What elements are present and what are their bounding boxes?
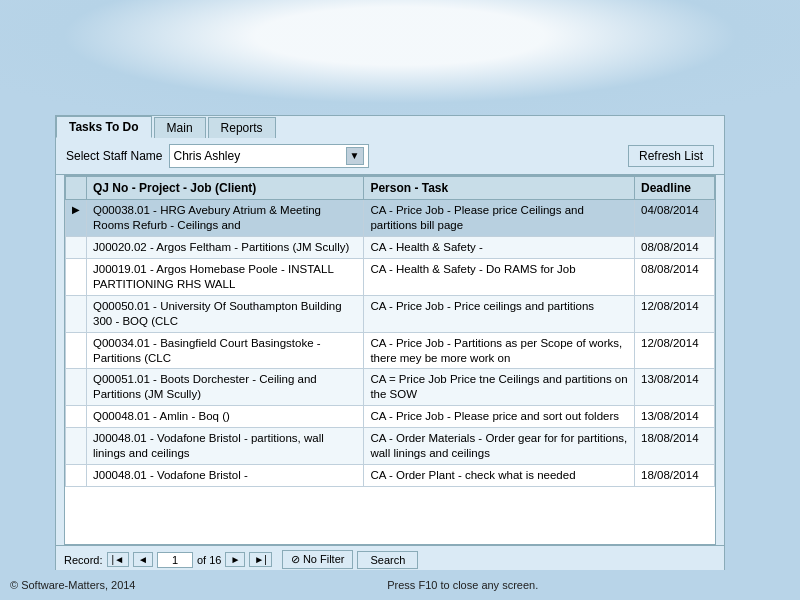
no-filter-icon: ⊘ bbox=[291, 553, 300, 565]
row-task: CA - Price Job - Partitions as per Scope… bbox=[364, 332, 635, 369]
bottom-bar: © Software-Matters, 2014 Press F10 to cl… bbox=[0, 570, 800, 600]
no-filter-label: No Filter bbox=[303, 553, 345, 565]
row-arrow bbox=[66, 465, 87, 487]
nav-first-button[interactable]: |◄ bbox=[107, 552, 130, 567]
row-deadline: 12/08/2014 bbox=[635, 332, 715, 369]
row-arrow bbox=[66, 332, 87, 369]
table-row[interactable]: Q00048.01 - Amlin - Boq ()CA - Price Job… bbox=[66, 406, 715, 428]
tab-tasks-to-do[interactable]: Tasks To Do bbox=[56, 116, 152, 138]
record-bar: Record: |◄ ◄ 1 of 16 ► ►| ⊘ No Filter Se… bbox=[56, 545, 724, 573]
row-deadline: 12/08/2014 bbox=[635, 295, 715, 332]
row-deadline: 04/08/2014 bbox=[635, 200, 715, 237]
refresh-list-button[interactable]: Refresh List bbox=[628, 145, 714, 167]
press-f10-text: Press F10 to close any screen. bbox=[387, 579, 538, 591]
row-task: CA - Price Job - Price ceilings and part… bbox=[364, 295, 635, 332]
tab-main[interactable]: Main bbox=[154, 117, 206, 138]
search-button[interactable]: Search bbox=[357, 551, 418, 569]
row-qj: Q00050.01 - University Of Southampton Bu… bbox=[87, 295, 364, 332]
row-qj: Q00048.01 - Amlin - Boq () bbox=[87, 406, 364, 428]
table-row[interactable]: Q00050.01 - University Of Southampton Bu… bbox=[66, 295, 715, 332]
main-window: Tasks To Do Main Reports Select Staff Na… bbox=[55, 115, 725, 574]
nav-last-button[interactable]: ►| bbox=[249, 552, 272, 567]
nav-next-button[interactable]: ► bbox=[225, 552, 245, 567]
row-deadline: 08/08/2014 bbox=[635, 236, 715, 258]
record-label: Record: bbox=[64, 554, 103, 566]
copyright-text: © Software-Matters, 2014 bbox=[10, 579, 136, 591]
row-task: CA - Order Materials - Order gear for fo… bbox=[364, 428, 635, 465]
row-qj: J00048.01 - Vodafone Bristol - partition… bbox=[87, 428, 364, 465]
row-task: CA - Health & Safety - bbox=[364, 236, 635, 258]
row-qj: J00019.01 - Argos Homebase Poole - INSTA… bbox=[87, 258, 364, 295]
tab-bar: Tasks To Do Main Reports bbox=[56, 116, 724, 138]
row-qj: Q00038.01 - HRG Avebury Atrium & Meeting… bbox=[87, 200, 364, 237]
row-task: CA = Price Job Price tne Ceilings and pa… bbox=[364, 369, 635, 406]
row-task: CA - Health & Safety - Do RAMS for Job bbox=[364, 258, 635, 295]
no-filter-button[interactable]: ⊘ No Filter bbox=[282, 550, 354, 569]
row-task: CA - Price Job - Please price Ceilings a… bbox=[364, 200, 635, 237]
col-arrow bbox=[66, 177, 87, 200]
staff-name-value: Chris Ashley bbox=[174, 149, 241, 163]
tasks-table-container: QJ No - Project - Job (Client) Person - … bbox=[64, 175, 716, 545]
table-row[interactable]: J00048.01 - Vodafone Bristol - partition… bbox=[66, 428, 715, 465]
row-arrow bbox=[66, 295, 87, 332]
row-arrow: ▶ bbox=[66, 200, 87, 237]
row-arrow bbox=[66, 258, 87, 295]
tasks-table: QJ No - Project - Job (Client) Person - … bbox=[65, 176, 715, 487]
row-arrow bbox=[66, 236, 87, 258]
table-row[interactable]: ▶Q00038.01 - HRG Avebury Atrium & Meetin… bbox=[66, 200, 715, 237]
row-deadline: 18/08/2014 bbox=[635, 465, 715, 487]
tab-reports[interactable]: Reports bbox=[208, 117, 276, 138]
row-arrow bbox=[66, 369, 87, 406]
record-of-label: of 16 bbox=[197, 554, 221, 566]
row-task: CA - Price Job - Please price and sort o… bbox=[364, 406, 635, 428]
row-arrow bbox=[66, 428, 87, 465]
background-swirl bbox=[0, 0, 800, 120]
row-deadline: 13/08/2014 bbox=[635, 369, 715, 406]
row-arrow bbox=[66, 406, 87, 428]
nav-prev-button[interactable]: ◄ bbox=[133, 552, 153, 567]
staff-name-select[interactable]: Chris Ashley ▼ bbox=[169, 144, 369, 168]
col-deadline: Deadline bbox=[635, 177, 715, 200]
record-current: 1 bbox=[157, 552, 193, 568]
table-row[interactable]: Q00051.01 - Boots Dorchester - Ceiling a… bbox=[66, 369, 715, 406]
col-qj: QJ No - Project - Job (Client) bbox=[87, 177, 364, 200]
row-deadline: 08/08/2014 bbox=[635, 258, 715, 295]
row-deadline: 13/08/2014 bbox=[635, 406, 715, 428]
staff-select-dropdown-icon[interactable]: ▼ bbox=[346, 147, 364, 165]
row-task: CA - Order Plant - check what is needed bbox=[364, 465, 635, 487]
row-qj: J00020.02 - Argos Feltham - Partitions (… bbox=[87, 236, 364, 258]
staff-name-label: Select Staff Name bbox=[66, 149, 163, 163]
row-deadline: 18/08/2014 bbox=[635, 428, 715, 465]
row-qj: Q00034.01 - Basingfield Court Basingstok… bbox=[87, 332, 364, 369]
table-row[interactable]: J00020.02 - Argos Feltham - Partitions (… bbox=[66, 236, 715, 258]
table-row[interactable]: Q00034.01 - Basingfield Court Basingstok… bbox=[66, 332, 715, 369]
col-task: Person - Task bbox=[364, 177, 635, 200]
header-row: Select Staff Name Chris Ashley ▼ Refresh… bbox=[56, 138, 724, 175]
table-row[interactable]: J00019.01 - Argos Homebase Poole - INSTA… bbox=[66, 258, 715, 295]
row-qj: J00048.01 - Vodafone Bristol - bbox=[87, 465, 364, 487]
row-qj: Q00051.01 - Boots Dorchester - Ceiling a… bbox=[87, 369, 364, 406]
table-row[interactable]: J00048.01 - Vodafone Bristol -CA - Order… bbox=[66, 465, 715, 487]
